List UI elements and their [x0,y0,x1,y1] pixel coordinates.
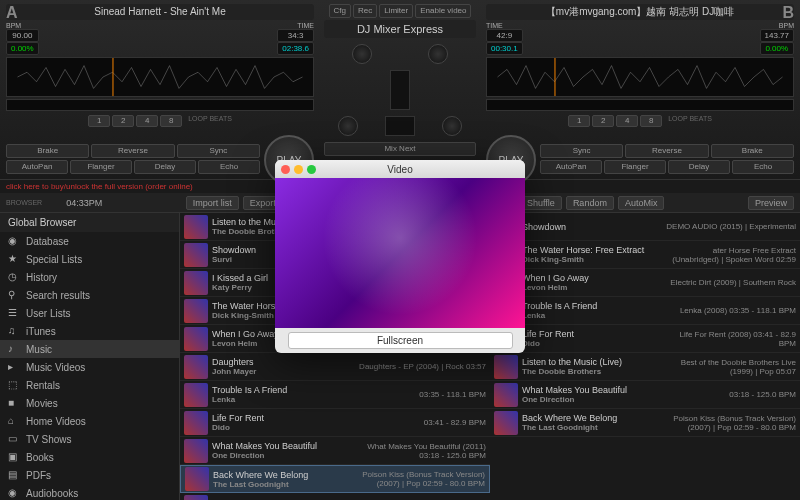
sidebar-item-search-results[interactable]: ⚲Search results [0,286,179,304]
home-icon: ⌂ [8,415,20,427]
track-row[interactable]: Listen to the Music (Live)The Doobie Bro… [490,353,800,381]
video-title: Video [387,164,412,175]
limiter-button[interactable]: Limiter [379,4,413,18]
sidebar-item-user-lists[interactable]: ☰User Lists [0,304,179,322]
track-row[interactable]: The Water Horse: Free ExtractDick King-S… [490,241,800,269]
sidebar-item-home-videos[interactable]: ⌂Home Videos [0,412,179,430]
track-row[interactable]: When I Go AwayLevon HelmElectric Dirt (2… [490,269,800,297]
preview-button[interactable]: Preview [748,196,794,210]
sidebar-item-movies[interactable]: ■Movies [0,394,179,412]
album-art [184,383,208,407]
sidebar-item-music[interactable]: ♪Music [0,340,179,358]
track-row[interactable]: What Makes You BeautifulOne Direction03:… [490,381,800,409]
track-row[interactable]: Life For RentDidoLife For Rent (2008) 03… [490,325,800,353]
itunes-icon: ♫ [8,325,20,337]
video-window[interactable]: Video Fullscreen [275,160,525,353]
sidebar-header: Global Browser [0,213,179,232]
sidebar-item-itunes[interactable]: ♫iTunes [0,322,179,340]
album-art [184,243,208,267]
sidebar-item-special-lists[interactable]: ★Special Lists [0,250,179,268]
cfg-button[interactable]: Cfg [329,4,351,18]
loop-1-button[interactable]: 1 [88,115,110,127]
loop-8-button[interactable]: 8 [640,115,662,127]
knob-eq-a[interactable] [338,116,358,136]
mix-next-button[interactable]: Mix Next [324,142,476,156]
track-row[interactable]: Trouble Is A FriendLenkaLenka (2008) 03:… [490,297,800,325]
pdf-icon: ▤ [8,469,20,481]
sidebar-item-audiobooks[interactable]: ◉Audiobooks [0,484,179,500]
deck-a-loops: 1248LOOP BEATS [6,115,314,127]
deck-a-track: Sinead Harnett - She Ain't Me [6,4,314,20]
deck-b-bpm: 143.77 [760,29,794,42]
track-row[interactable]: Life For RentDido03:41 - 82.9 BPM [180,409,490,437]
flanger-button[interactable]: Flanger [604,160,666,174]
vu-meter [385,116,415,136]
random-button[interactable]: Random [566,196,614,210]
album-art [184,215,208,239]
reverse-button[interactable]: Reverse [91,144,174,158]
flanger-button[interactable]: Flanger [70,160,132,174]
track-row[interactable]: I Kissed a GirlI Kissed a Girl - Single … [180,493,490,500]
brake-button[interactable]: Brake [6,144,89,158]
delay-button[interactable]: Delay [668,160,730,174]
deck-b-overview[interactable] [486,99,794,111]
sidebar-item-history[interactable]: ◷History [0,268,179,286]
deck-a-overview[interactable] [6,99,314,111]
brake-button[interactable]: Brake [711,144,794,158]
track-row[interactable]: Back Where We BelongThe Last GoodnightPo… [490,409,800,437]
automix-button[interactable]: AutoMix [618,196,665,210]
track-row[interactable]: Trouble Is A FriendLenka03:35 - 118.1 BP… [180,381,490,409]
loop-8-button[interactable]: 8 [160,115,182,127]
deck-a: A Sinead Harnett - She Ain't Me BPM90.00… [0,0,320,179]
star-icon: ★ [8,253,20,265]
autopan-button[interactable]: AutoPan [6,160,68,174]
loop-2-button[interactable]: 2 [592,115,614,127]
track-row[interactable]: DaughtersJohn MayerDaughters - EP (2004)… [180,353,490,381]
fullscreen-button[interactable]: Fullscreen [288,332,513,349]
sync-button[interactable]: Sync [177,144,260,158]
loop-1-button[interactable]: 1 [568,115,590,127]
album-art [494,383,518,407]
echo-button[interactable]: Echo [732,160,794,174]
sidebar-item-database[interactable]: ◉Database [0,232,179,250]
sidebar-item-tv-shows[interactable]: ▭TV Shows [0,430,179,448]
maximize-icon[interactable] [307,165,316,174]
book-icon: ▣ [8,451,20,463]
sidebar-item-books[interactable]: ▣Books [0,448,179,466]
knob-gain-b[interactable] [428,44,448,64]
knob-eq-b[interactable] [442,116,462,136]
sync-button[interactable]: Sync [540,144,623,158]
deck-b-waveform[interactable] [486,57,794,97]
deck-b-loops: 1248LOOP BEATS [486,115,794,127]
autopan-button[interactable]: AutoPan [540,160,602,174]
track-row[interactable]: Back Where We BelongThe Last GoodnightPo… [180,465,490,493]
svg-rect-0 [113,58,114,96]
shuffle-button[interactable]: Shuffle [520,196,562,210]
tv-icon: ▭ [8,433,20,445]
reverse-button[interactable]: Reverse [625,144,708,158]
video-content [275,178,525,328]
sidebar-item-pdfs[interactable]: ▤PDFs [0,466,179,484]
sidebar-item-rentals[interactable]: ⬚Rentals [0,376,179,394]
center-mixer: CfgRecLimiterEnable video DJ Mixer Expre… [320,0,480,179]
close-icon[interactable] [281,165,290,174]
minimize-icon[interactable] [294,165,303,174]
delay-button[interactable]: Delay [134,160,196,174]
track-row[interactable]: ShowdownDEMO AUDIO (2015) | Experimental [490,213,800,241]
import-button[interactable]: Import list [186,196,239,210]
rec-button[interactable]: Rec [353,4,377,18]
sidebar-item-music-videos[interactable]: ▸Music Videos [0,358,179,376]
deck-b-track: 【mv港mvgang.com】越南 胡志明 DJ咖啡 [486,4,794,20]
echo-button[interactable]: Echo [198,160,260,174]
loop-4-button[interactable]: 4 [136,115,158,127]
loop-4-button[interactable]: 4 [616,115,638,127]
knob-gain-a[interactable] [352,44,372,64]
enable-video-button[interactable]: Enable video [415,4,471,18]
loop-2-button[interactable]: 2 [112,115,134,127]
deck-a-label: A [6,4,18,22]
user-icon: ☰ [8,307,20,319]
crossfader[interactable] [390,70,410,110]
track-row[interactable]: What Makes You BeautifulOne DirectionWha… [180,437,490,465]
deck-b-label: B [782,4,794,22]
deck-a-waveform[interactable] [6,57,314,97]
